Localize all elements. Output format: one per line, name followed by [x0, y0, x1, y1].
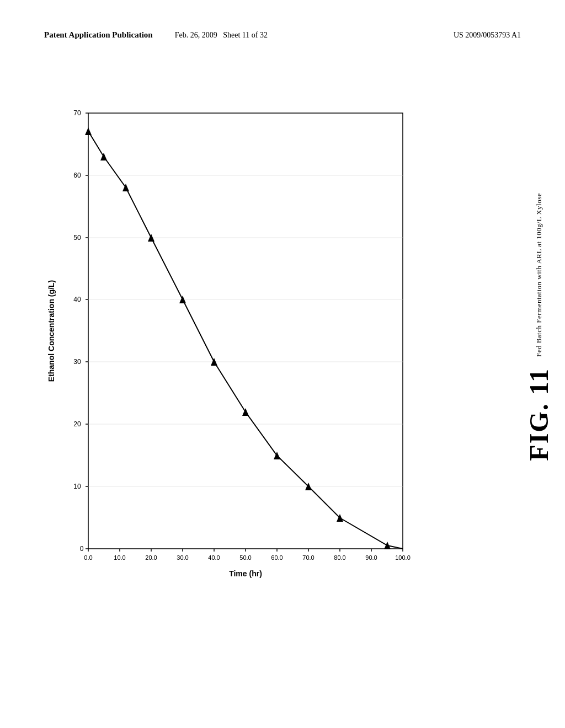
- svg-text:Time (hr): Time (hr): [229, 569, 262, 578]
- svg-text:70: 70: [73, 109, 81, 117]
- svg-text:100.0: 100.0: [395, 554, 411, 561]
- data-point-2: [100, 153, 107, 160]
- patent-label: Patent Application Publication: [44, 30, 153, 40]
- svg-text:80.0: 80.0: [334, 554, 345, 561]
- svg-text:50.0: 50.0: [239, 554, 251, 561]
- svg-text:50: 50: [73, 234, 81, 242]
- svg-text:20: 20: [73, 420, 81, 428]
- header-date: Feb. 26, 2009 Sheet 11 of 32: [175, 31, 268, 40]
- svg-text:60.0: 60.0: [271, 554, 282, 561]
- svg-text:30.0: 30.0: [177, 554, 188, 561]
- svg-text:60: 60: [73, 172, 81, 179]
- figure-number: FIG. 11: [524, 368, 554, 461]
- svg-text:10: 10: [73, 483, 81, 490]
- figure-label: Fed Batch Fermentation with ARL at 100g/…: [524, 193, 554, 461]
- svg-text:Ethanol Concentration (g/L): Ethanol Concentration (g/L): [47, 280, 56, 382]
- svg-text:40: 40: [73, 296, 81, 303]
- svg-text:20.0: 20.0: [145, 554, 157, 561]
- svg-text:0: 0: [80, 545, 84, 553]
- svg-text:10.0: 10.0: [114, 554, 125, 561]
- patent-number: US 2009/0053793 A1: [454, 31, 521, 40]
- svg-text:70.0: 70.0: [302, 554, 314, 561]
- figure-subtitle: Fed Batch Fermentation with ARL at 100g/…: [535, 193, 543, 357]
- svg-rect-0: [88, 113, 403, 549]
- data-point-1: [85, 127, 92, 135]
- data-line: [88, 131, 403, 549]
- svg-text:90.0: 90.0: [365, 554, 377, 561]
- svg-text:40.0: 40.0: [208, 554, 220, 561]
- svg-text:0.0: 0.0: [84, 554, 92, 561]
- page-header: Patent Application Publication Feb. 26, …: [0, 30, 565, 40]
- svg-text:30: 30: [73, 358, 81, 366]
- chart-area: 0 10 20 30 40 50 60 70 Ethanol Concentra…: [44, 97, 497, 620]
- main-chart-svg: 0 10 20 30 40 50 60 70 Ethanol Concentra…: [44, 97, 497, 620]
